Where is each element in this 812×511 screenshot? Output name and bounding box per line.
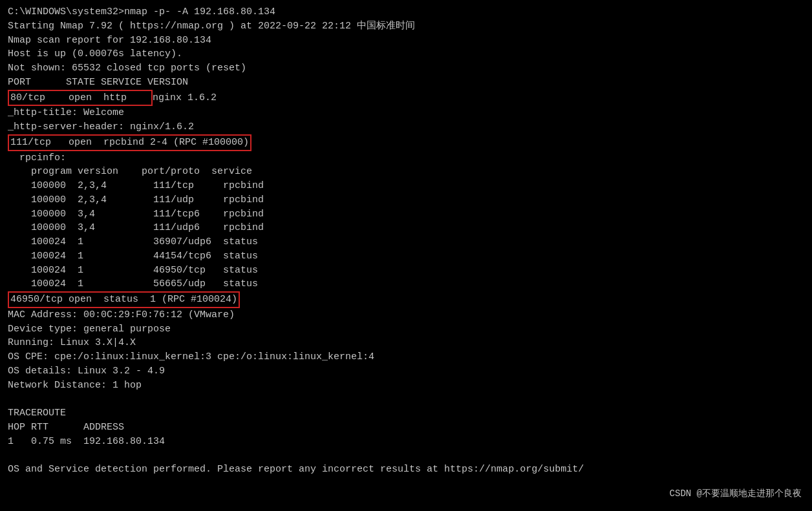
report-line: Nmap scan report for 192.168.80.134 — [8, 34, 804, 48]
blank-line-1 — [8, 392, 804, 406]
mac-line: MAC Address: 00:0C:29:F0:76:12 (VMware) — [8, 308, 804, 322]
http-server-line: _http-server-header: nginx/1.6.2 — [8, 120, 804, 134]
rpc-entry-8: 100024 1 56665/udp status — [8, 277, 804, 291]
rpc-entry-1: 100000 2,3,4 111/tcp rpcbind — [8, 179, 804, 193]
port-111-line: 111/tcp open rpcbind 2-4 (RPC #100000) — [8, 134, 804, 151]
tr-header-line: HOP RTT ADDRESS — [8, 421, 804, 435]
port-46950-highlight: 46950/tcp open status 1 (RPC #100024) — [8, 291, 240, 308]
port-80-line: 80/tcp open http nginx 1.6.2 — [8, 90, 804, 107]
footer-line: OS and Service detection performed. Plea… — [8, 463, 804, 477]
port-header-line: PORT STATE SERVICE VERSION — [8, 76, 804, 90]
port-111-highlight: 111/tcp open rpcbind 2-4 (RPC #100000) — [8, 134, 251, 151]
rpc-entry-5: 100024 1 36907/udp6 status — [8, 235, 804, 249]
port-46950-line: 46950/tcp open status 1 (RPC #100024) — [8, 291, 804, 308]
cmd-line: C:\WINDOWS\system32>nmap -p- -A 192.168.… — [8, 5, 804, 19]
host-line: Host is up (0.00076s latency). — [8, 47, 804, 61]
port-80-highlight: 80/tcp open http — [8, 90, 153, 107]
os-details-line: OS details: Linux 3.2 - 4.9 — [8, 364, 804, 379]
rpc-entry-6: 100024 1 44154/tcp6 status — [8, 249, 804, 264]
rpc-entry-7: 100024 1 46950/tcp status — [8, 264, 804, 278]
blank-line-2 — [8, 448, 804, 463]
traceroute-label: TRACEROUTE — [8, 406, 804, 421]
rpcinfo-line: rpcinfo: — [8, 151, 804, 165]
rpc-entry-2: 100000 2,3,4 111/udp rpcbind — [8, 193, 804, 207]
device-line: Device type: general purpose — [8, 322, 804, 337]
starting-line: Starting Nmap 7.92 ( https://nmap.org ) … — [8, 19, 804, 34]
running-line: Running: Linux 3.X|4.X — [8, 336, 804, 350]
rpc-entry-3: 100000 3,4 111/tcp6 rpcbind — [8, 207, 804, 222]
rpc-entry-4: 100000 3,4 111/udp6 rpcbind — [8, 221, 804, 235]
rpc-header-line: program version port/proto service — [8, 165, 804, 179]
net-dist-line: Network Distance: 1 hop — [8, 379, 804, 393]
terminal-window: C:\WINDOWS\system32>nmap -p- -A 192.168.… — [0, 0, 812, 511]
watermark: CSDN @不要温顺地走进那个良夜 — [670, 488, 802, 499]
not-shown-line: Not shown: 65532 closed tcp ports (reset… — [8, 61, 804, 76]
http-title-line: _http-title: Welcome — [8, 106, 804, 120]
tr-entry-1: 1 0.75 ms 192.168.80.134 — [8, 435, 804, 449]
os-cpe-line: OS CPE: cpe:/o:linux:linux_kernel:3 cpe:… — [8, 350, 804, 364]
